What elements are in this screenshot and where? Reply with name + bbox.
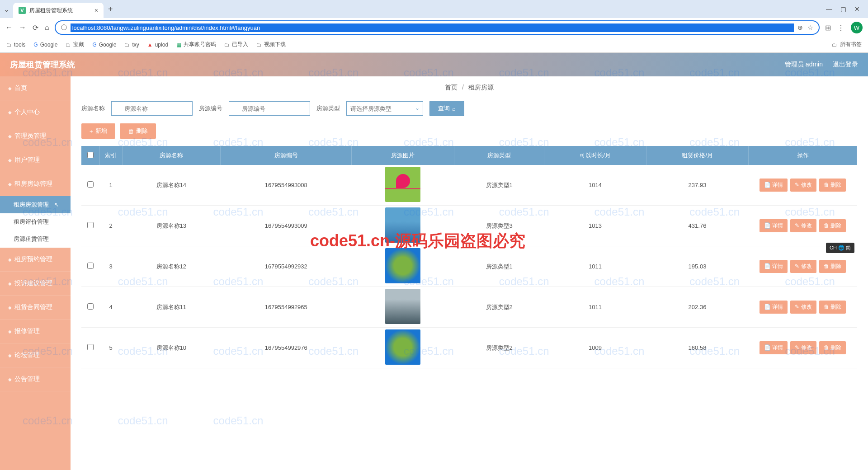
detail-button[interactable]: 📄 详情 bbox=[760, 260, 788, 273]
reload-icon[interactable]: ⟳ bbox=[33, 24, 38, 32]
sidebar-item-user[interactable]: ◆用户管理 bbox=[0, 148, 71, 172]
back-icon[interactable]: ← bbox=[5, 24, 13, 32]
row-image[interactable] bbox=[385, 248, 420, 283]
url-text[interactable]: localhost:8080/fangwuzulinguanlixitong/a… bbox=[71, 24, 794, 32]
bookmark-share[interactable]: ▦共享账号密码 bbox=[176, 41, 216, 48]
cell-duration: 1011 bbox=[544, 287, 646, 328]
edit-button[interactable]: ✎ 修改 bbox=[790, 179, 816, 192]
translate-icon[interactable]: ⊕ bbox=[797, 24, 803, 31]
sidebar-item-tousu[interactable]: ◆投诉建议管理 bbox=[0, 272, 71, 296]
sidebar-sub-zulin[interactable]: 房源租赁管理 bbox=[0, 230, 71, 248]
dot-icon: ◆ bbox=[8, 257, 12, 262]
row-delete-button[interactable]: 🗑 删除 bbox=[819, 341, 846, 354]
home-icon[interactable]: ⌂ bbox=[45, 24, 49, 32]
trash-icon: 🗑 bbox=[128, 128, 134, 135]
row-checkbox[interactable] bbox=[87, 181, 94, 188]
add-button[interactable]: + 新增 bbox=[81, 123, 115, 139]
select-all-checkbox[interactable] bbox=[87, 152, 94, 158]
row-image[interactable] bbox=[385, 207, 420, 243]
sidebar-sub-fangyuan[interactable]: 租房房源管理↖ bbox=[0, 196, 71, 213]
row-image[interactable] bbox=[385, 167, 420, 202]
bookmark-uplod[interactable]: ▲uplod bbox=[147, 42, 168, 48]
filter-name-input[interactable] bbox=[111, 101, 193, 116]
row-image[interactable] bbox=[385, 289, 420, 324]
filter-type-select[interactable] bbox=[346, 101, 423, 116]
edit-button[interactable]: ✎ 修改 bbox=[790, 341, 816, 354]
dot-icon: ◆ bbox=[8, 110, 12, 115]
cell-duration: 1013 bbox=[544, 206, 646, 246]
edit-button[interactable]: ✎ 修改 bbox=[790, 260, 816, 273]
bookmark-imported[interactable]: 🗀已导入 bbox=[224, 41, 248, 48]
cell-name: 房源名称10 bbox=[122, 328, 221, 368]
bookmark-video[interactable]: 🗀视频下载 bbox=[256, 41, 286, 48]
sidebar-item-baoxiu[interactable]: ◆报修管理 bbox=[0, 320, 71, 343]
detail-button[interactable]: 📄 详情 bbox=[760, 301, 788, 314]
close-window-icon[interactable]: ✕ bbox=[854, 5, 860, 13]
dot-icon: ◆ bbox=[8, 182, 12, 187]
profile-avatar[interactable]: W bbox=[851, 22, 863, 33]
minimize-icon[interactable]: — bbox=[826, 5, 832, 13]
table-header-row: 索引 房源名称 房源编号 房源图片 房源类型 可以时长/月 租赁价格/月 操作 bbox=[81, 146, 857, 165]
filter-type-label: 房源类型 bbox=[316, 104, 340, 113]
bookmark-google2[interactable]: GGoogle bbox=[92, 42, 116, 48]
cell-price: 431.76 bbox=[646, 206, 748, 246]
sidebar-item-home[interactable]: ◆首页 bbox=[0, 76, 71, 100]
cell-type: 房源类型1 bbox=[454, 165, 544, 206]
new-tab-button[interactable]: + bbox=[108, 5, 113, 14]
forward-icon[interactable]: → bbox=[19, 24, 26, 32]
row-checkbox[interactable] bbox=[87, 263, 94, 269]
cell-price: 195.03 bbox=[646, 246, 748, 287]
row-delete-button[interactable]: 🗑 删除 bbox=[819, 301, 846, 314]
bookmark-tools[interactable]: 🗀tools bbox=[6, 42, 25, 48]
row-delete-button[interactable]: 🗑 删除 bbox=[819, 179, 846, 192]
row-delete-button[interactable]: 🗑 删除 bbox=[819, 219, 846, 232]
row-checkbox[interactable] bbox=[87, 344, 94, 350]
menu-icon[interactable]: ⋮ bbox=[837, 24, 844, 32]
bookmark-txy[interactable]: 🗀txy bbox=[124, 42, 139, 48]
cell-code: 1679554992932 bbox=[221, 246, 352, 287]
detail-button[interactable]: 📄 详情 bbox=[760, 179, 788, 192]
plus-icon: + bbox=[90, 128, 93, 135]
url-box[interactable]: ⓘ localhost:8080/fangwuzulinguanlixitong… bbox=[55, 20, 820, 35]
site-info-icon[interactable]: ⓘ bbox=[61, 24, 67, 32]
edit-button[interactable]: ✎ 修改 bbox=[790, 301, 816, 314]
cell-index: 1 bbox=[99, 165, 122, 206]
bookmark-google1[interactable]: GGoogle bbox=[33, 42, 57, 48]
sidebar-item-yuyue[interactable]: ◆租房预约管理 bbox=[0, 248, 71, 272]
address-bar: ← → ⟳ ⌂ ⓘ localhost:8080/fangwuzulinguan… bbox=[0, 18, 868, 37]
tab-close-icon[interactable]: × bbox=[94, 7, 98, 14]
dot-icon: ◆ bbox=[8, 353, 12, 358]
sidebar-item-gonggao[interactable]: ◆公告管理 bbox=[0, 367, 71, 391]
dot-icon: ◆ bbox=[8, 281, 12, 286]
all-bookmarks[interactable]: 所有书签 bbox=[840, 41, 862, 48]
maximize-icon[interactable]: ▢ bbox=[840, 5, 846, 13]
query-button[interactable]: 查询 ⌕ bbox=[429, 101, 464, 116]
detail-button[interactable]: 📄 详情 bbox=[760, 341, 788, 354]
row-delete-button[interactable]: 🗑 删除 bbox=[819, 260, 846, 273]
logout-link[interactable]: 退出登录 bbox=[833, 61, 858, 69]
delete-button[interactable]: 🗑 删除 bbox=[120, 123, 156, 139]
row-checkbox[interactable] bbox=[87, 222, 94, 228]
th-type: 房源类型 bbox=[454, 146, 544, 165]
user-label[interactable]: 管理员 admin bbox=[785, 61, 823, 69]
row-image[interactable] bbox=[385, 329, 420, 365]
extensions-icon[interactable]: ⊞ bbox=[825, 24, 831, 32]
sidebar-item-admin[interactable]: ◆管理员管理 bbox=[0, 124, 71, 148]
sidebar-item-fangyuan-parent[interactable]: ◆租房房源管理 bbox=[0, 172, 71, 196]
edit-button[interactable]: ✎ 修改 bbox=[790, 219, 816, 232]
sidebar-item-hetong[interactable]: ◆租赁合同管理 bbox=[0, 296, 71, 320]
bookmark-baozang[interactable]: 🗀宝藏 bbox=[66, 41, 84, 48]
sidebar: ◆首页 ◆个人中心 ◆管理员管理 ◆用户管理 ◆租房房源管理 租房房源管理↖ 租… bbox=[0, 76, 71, 470]
sidebar-item-luntan[interactable]: ◆论坛管理 bbox=[0, 343, 71, 367]
row-checkbox[interactable] bbox=[87, 303, 94, 310]
cell-type: 房源类型2 bbox=[454, 328, 544, 368]
sidebar-item-profile[interactable]: ◆个人中心 bbox=[0, 100, 71, 124]
browser-tab[interactable]: V 房屋租赁管理系统 × bbox=[13, 3, 104, 18]
tab-dropdown-icon[interactable]: ⌄ bbox=[4, 5, 9, 14]
bookmark-star-icon[interactable]: ☆ bbox=[807, 24, 813, 31]
breadcrumb-home[interactable]: 首页 bbox=[445, 84, 458, 91]
filter-code-input[interactable] bbox=[229, 101, 310, 116]
app-title: 房屋租赁管理系统 bbox=[10, 59, 75, 70]
sidebar-sub-pingjia[interactable]: 租房评价管理 bbox=[0, 213, 71, 230]
detail-button[interactable]: 📄 详情 bbox=[760, 219, 788, 232]
